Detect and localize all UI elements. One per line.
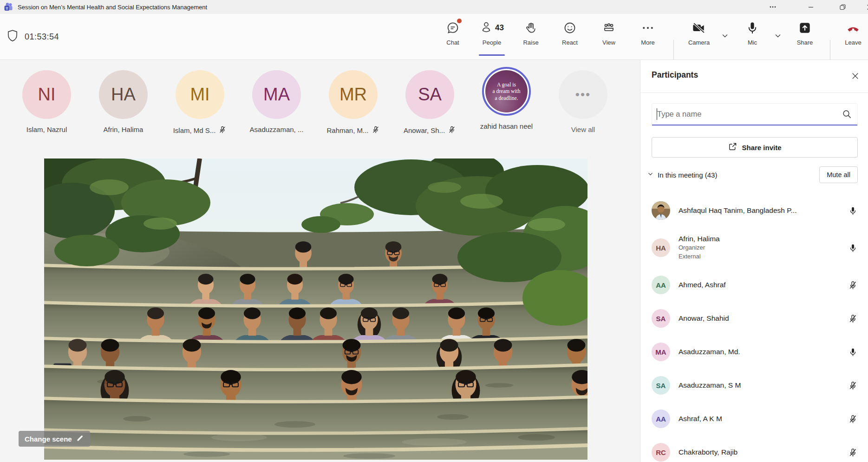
together-mode-video: ) <box>44 158 587 460</box>
avatar-initials: MR <box>329 70 378 119</box>
participant-name: Afrin, Halima <box>679 235 720 243</box>
avatar-initials: NI <box>22 70 71 119</box>
avatar-initials: HA <box>99 70 148 119</box>
avatar-name: zahid hasan neel <box>480 122 533 130</box>
minimize-icon[interactable] <box>802 0 820 14</box>
raise-hand-button[interactable]: Raise <box>511 18 550 57</box>
people-button[interactable]: 43 People <box>472 18 511 57</box>
spotlight-avatar-row: NI Islam, Nazrul HA Afrin, Halima MI Isl… <box>8 66 621 135</box>
participants-panel: Participants Share invite In this meetin… <box>640 60 868 462</box>
mic-chevron-icon[interactable] <box>774 32 782 42</box>
share-screen-icon <box>797 18 812 38</box>
participant-row[interactable]: RCChakraborty, Rajib <box>640 436 868 462</box>
mic-off-icon <box>372 125 380 135</box>
change-scene-button[interactable]: Change scene <box>19 431 90 447</box>
mic-on-icon <box>745 18 759 38</box>
change-scene-label: Change scene <box>25 435 72 443</box>
people-active-underline <box>479 54 505 56</box>
share-invite-button[interactable]: Share invite <box>652 137 858 158</box>
restore-icon[interactable] <box>833 0 852 14</box>
participant-row[interactable]: Ashfaqul Haq Tanim, Bangladesh P... <box>640 194 868 227</box>
stage-avatar-zahid-hasan-neel[interactable]: A goal is a dream with a deadline. zahid… <box>468 66 545 135</box>
mic-label: Mic <box>748 39 757 46</box>
teams-app-icon: T <box>4 2 13 12</box>
avatar-name: Islam, Md S... <box>173 126 216 134</box>
chat-button[interactable]: Chat <box>433 18 472 57</box>
mic-off-icon[interactable] <box>848 448 858 457</box>
avatar-photo-quote: A goal is a dream with a deadline. <box>485 70 528 112</box>
panel-close-icon[interactable] <box>848 68 862 83</box>
more-button[interactable]: More <box>628 18 667 57</box>
participant-initials-avatar: AA <box>652 409 670 428</box>
avatar-name: Rahman, M... <box>326 126 368 134</box>
view-gallery-icon <box>601 18 616 38</box>
camera-chevron-icon[interactable] <box>721 32 729 42</box>
section-chevron-icon[interactable] <box>647 171 654 179</box>
chat-icon <box>446 18 460 38</box>
stage-avatar-asaduzzaman[interactable]: MA Asaduzzaman, ... <box>238 66 315 135</box>
mic-off-icon[interactable] <box>848 381 858 390</box>
mic-off-icon[interactable] <box>848 280 858 290</box>
participant-row[interactable]: AAAshraf, A K M <box>640 402 868 436</box>
view-all-button[interactable]: ••• View all <box>545 66 621 135</box>
participant-initials-avatar: RC <box>652 443 670 462</box>
meeting-timer: 01:53:54 <box>25 32 59 42</box>
participant-row[interactable]: MAAsaduzzaman, Md. <box>640 335 868 369</box>
avatar-name: Islam, Nazrul <box>26 125 67 133</box>
meeting-toolbar: 01:53:54 Chat 43 People <box>0 14 868 60</box>
participant-name: Ashfaqul Haq Tanim, Bangladesh P... <box>679 206 797 215</box>
participant-row[interactable]: SAAnowar, Shahid <box>640 302 868 335</box>
participant-row[interactable]: SAAsaduzzaman, S M <box>640 369 868 402</box>
view-button[interactable]: View <box>589 18 628 57</box>
avatar-name: Afrin, Halima <box>104 125 144 133</box>
camera-button[interactable]: Camera <box>679 18 718 57</box>
participant-initials-avatar: HA <box>652 238 670 257</box>
stage-avatar-afrin-halima[interactable]: HA Afrin, Halima <box>85 66 162 135</box>
react-button[interactable]: React <box>550 18 589 57</box>
window-title: Session on Men’s Mental Health and Socia… <box>18 4 207 11</box>
stage-avatar-rahman-m[interactable]: MR Rahman, M... <box>315 66 392 135</box>
mic-off-icon <box>218 125 227 135</box>
people-label: People <box>483 39 501 46</box>
more-ellipsis-icon <box>641 18 655 38</box>
avatar-name: Asaduzzaman, ... <box>250 125 304 133</box>
mic-on-icon[interactable] <box>848 206 858 216</box>
participant-name: Asaduzzaman, Md. <box>679 348 740 356</box>
stage-avatar-islam-nazrul[interactable]: NI Islam, Nazrul <box>8 66 85 135</box>
mute-all-button[interactable]: Mute all <box>819 166 858 183</box>
search-input[interactable] <box>652 109 842 119</box>
search-icon[interactable] <box>842 109 852 119</box>
leave-button[interactable]: Leave <box>836 18 868 57</box>
mic-off-icon[interactable] <box>848 414 858 424</box>
participant-search[interactable] <box>652 103 858 125</box>
mic-on-icon[interactable] <box>848 243 858 253</box>
in-this-meeting-section: In this meeting (43) Mute all <box>647 166 858 184</box>
titlebar-more-icon[interactable] <box>764 0 782 14</box>
text-cursor <box>657 108 657 120</box>
view-all-ellipsis-icon: ••• <box>559 70 607 119</box>
leave-label: Leave <box>845 39 861 46</box>
participant-row[interactable]: AAAhmed, Ashraf <box>640 268 868 302</box>
meeting-stage: NI Islam, Nazrul HA Afrin, Halima MI Isl… <box>0 60 640 462</box>
stage-avatar-anowar-sh[interactable]: SA Anowar, Sh... <box>392 66 468 135</box>
participant-row[interactable]: HAAfrin, HalimaOrganizerExternal <box>640 227 868 268</box>
people-icon <box>480 20 493 36</box>
stage-avatar-islam-md-s[interactable]: MI Islam, Md S... <box>162 66 238 135</box>
mic-on-icon[interactable] <box>848 347 858 357</box>
window-titlebar: T Session on Men’s Mental Health and Soc… <box>0 0 868 14</box>
view-label: View <box>602 39 615 46</box>
chat-label: Chat <box>446 39 459 46</box>
panel-divider <box>640 92 868 93</box>
participant-name: Anowar, Shahid <box>679 314 729 323</box>
raise-label: Raise <box>523 39 538 46</box>
participant-name: Asaduzzaman, S M <box>679 381 741 389</box>
pencil-icon <box>76 434 84 443</box>
view-all-label: View all <box>571 125 595 133</box>
close-icon[interactable] <box>860 0 868 14</box>
share-button[interactable]: Share <box>785 18 824 57</box>
mic-off-icon[interactable] <box>848 314 858 323</box>
mic-button[interactable]: Mic <box>733 18 772 57</box>
camera-off-icon <box>691 18 707 38</box>
shield-icon <box>7 29 19 44</box>
participant-list: Ashfaqul Haq Tanim, Bangladesh P...HAAfr… <box>640 194 868 462</box>
